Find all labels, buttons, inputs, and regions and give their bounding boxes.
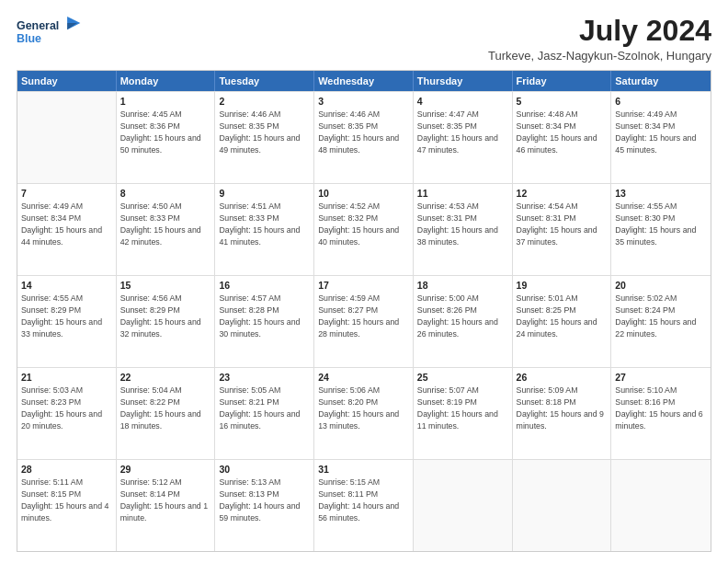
- calendar-body: 1Sunrise: 4:45 AM Sunset: 8:36 PM Daylig…: [17, 91, 711, 551]
- cal-cell-1-1: 8Sunrise: 4:50 AM Sunset: 8:33 PM Daylig…: [117, 184, 216, 275]
- cal-cell-4-4: [414, 460, 513, 551]
- day-info: Sunrise: 5:06 AM Sunset: 8:20 PM Dayligh…: [318, 385, 399, 431]
- day-number: 29: [120, 463, 211, 476]
- week-row-2: 14Sunrise: 4:55 AM Sunset: 8:29 PM Dayli…: [17, 275, 711, 367]
- day-info: Sunrise: 5:07 AM Sunset: 8:19 PM Dayligh…: [417, 385, 498, 431]
- header-friday: Friday: [513, 71, 612, 91]
- day-info: Sunrise: 5:02 AM Sunset: 8:24 PM Dayligh…: [615, 293, 696, 339]
- cal-cell-4-0: 28Sunrise: 5:11 AM Sunset: 8:15 PM Dayli…: [17, 460, 117, 551]
- day-number: 4: [417, 95, 508, 108]
- day-info: Sunrise: 4:53 AM Sunset: 8:31 PM Dayligh…: [417, 201, 498, 247]
- location: Turkeve, Jasz-Nagykun-Szolnok, Hungary: [488, 49, 711, 63]
- cal-cell-4-6: [611, 460, 711, 551]
- day-number: 9: [219, 187, 310, 200]
- day-info: Sunrise: 5:00 AM Sunset: 8:26 PM Dayligh…: [417, 293, 498, 339]
- cal-cell-2-5: 19Sunrise: 5:01 AM Sunset: 8:25 PM Dayli…: [513, 276, 612, 367]
- cal-cell-1-4: 11Sunrise: 4:53 AM Sunset: 8:31 PM Dayli…: [414, 184, 513, 275]
- day-number: 17: [318, 279, 409, 292]
- day-number: 31: [318, 463, 409, 476]
- day-info: Sunrise: 5:15 AM Sunset: 8:11 PM Dayligh…: [318, 477, 399, 523]
- day-number: 12: [517, 187, 608, 200]
- cal-cell-2-1: 15Sunrise: 4:56 AM Sunset: 8:29 PM Dayli…: [117, 276, 216, 367]
- day-info: Sunrise: 5:05 AM Sunset: 8:21 PM Dayligh…: [219, 385, 300, 431]
- day-info: Sunrise: 4:52 AM Sunset: 8:32 PM Dayligh…: [318, 201, 399, 247]
- cal-cell-1-5: 12Sunrise: 4:54 AM Sunset: 8:31 PM Dayli…: [513, 184, 612, 275]
- day-number: 20: [615, 279, 707, 292]
- cal-cell-3-6: 27Sunrise: 5:10 AM Sunset: 8:16 PM Dayli…: [611, 368, 711, 459]
- cal-cell-3-5: 26Sunrise: 5:09 AM Sunset: 8:18 PM Dayli…: [513, 368, 612, 459]
- day-number: 7: [21, 187, 112, 200]
- cal-cell-1-0: 7Sunrise: 4:49 AM Sunset: 8:34 PM Daylig…: [17, 184, 117, 275]
- day-info: Sunrise: 5:03 AM Sunset: 8:23 PM Dayligh…: [21, 385, 102, 431]
- day-info: Sunrise: 4:45 AM Sunset: 8:36 PM Dayligh…: [120, 109, 201, 155]
- week-row-3: 21Sunrise: 5:03 AM Sunset: 8:23 PM Dayli…: [17, 367, 711, 459]
- day-number: 22: [120, 371, 211, 384]
- day-info: Sunrise: 4:49 AM Sunset: 8:34 PM Dayligh…: [615, 109, 696, 155]
- day-number: 19: [517, 279, 608, 292]
- day-info: Sunrise: 4:46 AM Sunset: 8:35 PM Dayligh…: [219, 109, 300, 155]
- week-row-1: 7Sunrise: 4:49 AM Sunset: 8:34 PM Daylig…: [17, 183, 711, 275]
- day-number: 18: [417, 279, 508, 292]
- header-monday: Monday: [117, 71, 216, 91]
- day-number: 21: [21, 371, 112, 384]
- cal-cell-4-2: 30Sunrise: 5:13 AM Sunset: 8:13 PM Dayli…: [215, 460, 314, 551]
- day-number: 13: [615, 187, 707, 200]
- cal-cell-1-3: 10Sunrise: 4:52 AM Sunset: 8:32 PM Dayli…: [314, 184, 414, 275]
- week-row-0: 1Sunrise: 4:45 AM Sunset: 8:36 PM Daylig…: [17, 91, 711, 183]
- header-thursday: Thursday: [414, 71, 513, 91]
- header-tuesday: Tuesday: [215, 71, 314, 91]
- page: General Blue July 2024 Turkeve, Jasz-Nag…: [0, 0, 728, 563]
- header-wednesday: Wednesday: [314, 71, 414, 91]
- day-number: 30: [219, 463, 310, 476]
- logo: General Blue: [17, 15, 90, 48]
- calendar: Sunday Monday Tuesday Wednesday Thursday…: [17, 70, 711, 552]
- cal-cell-0-4: 4Sunrise: 4:47 AM Sunset: 8:35 PM Daylig…: [414, 92, 513, 183]
- day-info: Sunrise: 4:48 AM Sunset: 8:34 PM Dayligh…: [517, 109, 597, 155]
- day-info: Sunrise: 5:09 AM Sunset: 8:18 PM Dayligh…: [517, 385, 604, 431]
- day-info: Sunrise: 5:11 AM Sunset: 8:15 PM Dayligh…: [21, 477, 108, 523]
- day-number: 16: [219, 279, 310, 292]
- svg-text:General: General: [17, 19, 59, 32]
- day-number: 28: [21, 463, 112, 476]
- day-number: 2: [219, 95, 310, 108]
- cal-cell-1-6: 13Sunrise: 4:55 AM Sunset: 8:30 PM Dayli…: [611, 184, 711, 275]
- day-info: Sunrise: 4:56 AM Sunset: 8:29 PM Dayligh…: [120, 293, 201, 339]
- day-info: Sunrise: 5:04 AM Sunset: 8:22 PM Dayligh…: [120, 385, 201, 431]
- cal-cell-0-0: [17, 92, 117, 183]
- cal-cell-2-0: 14Sunrise: 4:55 AM Sunset: 8:29 PM Dayli…: [17, 276, 117, 367]
- svg-text:Blue: Blue: [17, 32, 41, 45]
- cal-cell-3-0: 21Sunrise: 5:03 AM Sunset: 8:23 PM Dayli…: [17, 368, 117, 459]
- cal-cell-0-5: 5Sunrise: 4:48 AM Sunset: 8:34 PM Daylig…: [513, 92, 612, 183]
- cal-cell-3-2: 23Sunrise: 5:05 AM Sunset: 8:21 PM Dayli…: [215, 368, 314, 459]
- day-info: Sunrise: 4:57 AM Sunset: 8:28 PM Dayligh…: [219, 293, 300, 339]
- day-number: 5: [517, 95, 608, 108]
- day-info: Sunrise: 5:13 AM Sunset: 8:13 PM Dayligh…: [219, 477, 300, 523]
- day-info: Sunrise: 4:50 AM Sunset: 8:33 PM Dayligh…: [120, 201, 201, 247]
- day-info: Sunrise: 4:49 AM Sunset: 8:34 PM Dayligh…: [21, 201, 102, 247]
- header: General Blue July 2024 Turkeve, Jasz-Nag…: [17, 15, 711, 63]
- day-number: 25: [417, 371, 508, 384]
- day-number: 15: [120, 279, 211, 292]
- day-info: Sunrise: 5:12 AM Sunset: 8:14 PM Dayligh…: [120, 477, 208, 523]
- title-block: July 2024 Turkeve, Jasz-Nagykun-Szolnok,…: [488, 15, 711, 63]
- day-number: 26: [517, 371, 608, 384]
- day-info: Sunrise: 4:47 AM Sunset: 8:35 PM Dayligh…: [417, 109, 498, 155]
- day-number: 14: [21, 279, 112, 292]
- day-info: Sunrise: 5:01 AM Sunset: 8:25 PM Dayligh…: [517, 293, 597, 339]
- day-info: Sunrise: 4:59 AM Sunset: 8:27 PM Dayligh…: [318, 293, 399, 339]
- month-year: July 2024: [488, 15, 711, 47]
- day-number: 11: [417, 187, 508, 200]
- day-number: 6: [615, 95, 707, 108]
- day-info: Sunrise: 4:46 AM Sunset: 8:35 PM Dayligh…: [318, 109, 399, 155]
- cal-cell-0-3: 3Sunrise: 4:46 AM Sunset: 8:35 PM Daylig…: [314, 92, 414, 183]
- calendar-header: Sunday Monday Tuesday Wednesday Thursday…: [17, 71, 711, 91]
- cal-cell-2-4: 18Sunrise: 5:00 AM Sunset: 8:26 PM Dayli…: [414, 276, 513, 367]
- week-row-4: 28Sunrise: 5:11 AM Sunset: 8:15 PM Dayli…: [17, 459, 711, 551]
- day-number: 8: [120, 187, 211, 200]
- cal-cell-2-2: 16Sunrise: 4:57 AM Sunset: 8:28 PM Dayli…: [215, 276, 314, 367]
- day-info: Sunrise: 4:55 AM Sunset: 8:29 PM Dayligh…: [21, 293, 102, 339]
- day-number: 1: [120, 95, 211, 108]
- cal-cell-2-3: 17Sunrise: 4:59 AM Sunset: 8:27 PM Dayli…: [314, 276, 414, 367]
- day-number: 10: [318, 187, 409, 200]
- cal-cell-3-4: 25Sunrise: 5:07 AM Sunset: 8:19 PM Dayli…: [414, 368, 513, 459]
